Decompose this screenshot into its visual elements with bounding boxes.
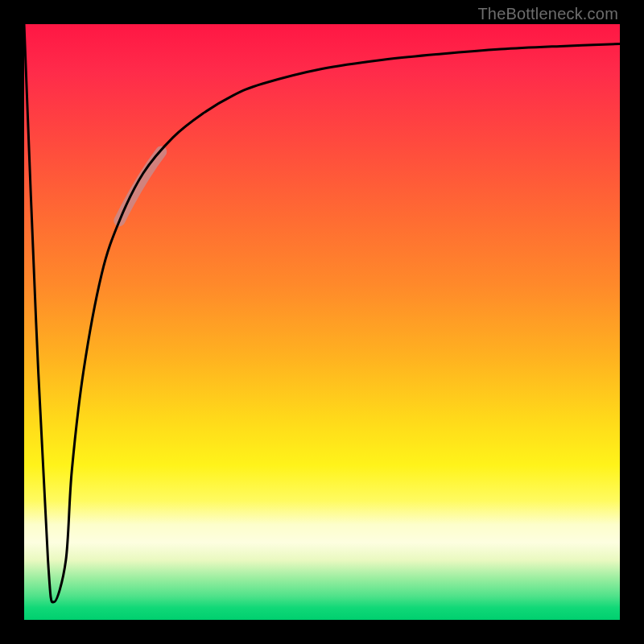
plot-area [24,24,620,620]
curve-svg [24,24,620,620]
curve-highlight-segment [119,151,161,221]
bottleneck-curve [24,24,620,602]
attribution-label: TheBottleneck.com [477,5,618,23]
chart-frame: TheBottleneck.com [0,0,644,644]
